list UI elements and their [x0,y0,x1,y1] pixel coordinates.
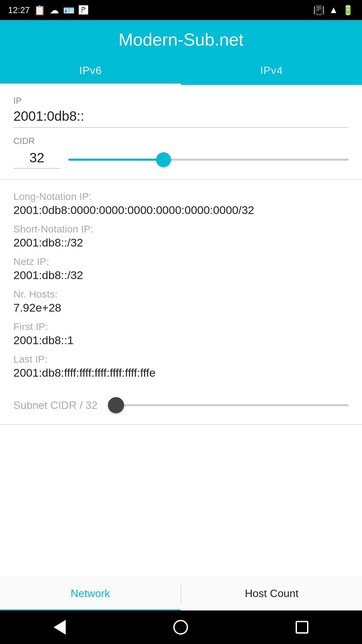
last-ip-label: Last IP: [13,354,349,365]
wifi-icon: ▲ [329,5,338,15]
section-divider [0,179,362,180]
first-ip-value: 2001:db8::1 [13,334,349,347]
bottom-tab-network[interactable]: Network [0,577,181,610]
tab-ipv6[interactable]: IPv6 [0,58,181,85]
nr-hosts-value: 7.92e+28 [13,301,349,314]
nav-recent-button[interactable] [296,621,308,634]
results-section: Long-Notation IP: 2001:0db8:0000:0000:00… [0,191,362,379]
home-icon [173,620,188,635]
ip-input[interactable]: 2001:0db8:: [13,109,349,128]
parking-icon: 🅿 [79,5,88,16]
recent-icon [296,621,308,634]
tab-ipv4[interactable]: IPv4 [181,58,362,85]
short-notation-value: 2001:db8::/32 [13,236,349,249]
cidr-number-box: 32 [13,150,60,169]
status-right: 📳 ▲ 🔋 [313,5,354,16]
vibrate-icon: 📳 [313,5,325,16]
cidr-label: CIDR [13,136,349,146]
first-ip-label: First IP: [13,321,349,332]
cidr-section: CIDR 32 [13,136,349,169]
short-notation-label: Short-Notation IP: [13,223,349,235]
subnet-track-bg [108,404,349,406]
main-content: IP 2001:0db8:: CIDR 32 [0,85,362,169]
status-bar: 12:27 📋 ☁ 🪪 🅿 📳 ▲ 🔋 [0,0,362,20]
netz-ip-label: Netz IP: [13,256,349,267]
bottom-tab-host-count[interactable]: Host Count [181,577,362,610]
app-header: Modern-Sub.net IPv6 IPv4 [0,20,362,85]
slider-thumb[interactable] [156,152,171,167]
back-icon [54,620,66,635]
cloud-icon: ☁ [50,5,59,16]
id-card-icon: 🪪 [63,5,75,16]
cidr-value[interactable]: 32 [29,150,45,165]
cidr-slider-container[interactable] [68,151,349,168]
battery-icon: 🔋 [342,5,354,16]
tab-bar: IPv6 IPv4 [0,58,362,85]
nav-home-button[interactable] [173,620,188,635]
subnet-cidr-label: Subnet CIDR / 32 [13,399,98,412]
last-ip-value: 2001:db8:ffff:ffff:ffff:ffff:ffff:fffe [13,366,349,379]
subnet-slider-container[interactable] [108,397,349,414]
clipboard-icon: 📋 [34,5,46,16]
app-title: Modern-Sub.net [0,30,362,58]
status-left: 12:27 📋 ☁ 🪪 🅿 [8,5,88,16]
nav-back-button[interactable] [54,620,66,635]
ip-label: IP [13,96,349,106]
subnet-slider-thumb[interactable] [108,397,124,413]
subnet-cidr-section: Subnet CIDR / 32 [0,386,362,424]
bottom-tab-bar: Network Host Count [0,577,362,610]
slider-track-fill [68,159,164,161]
bottom-section-divider [0,424,362,425]
nr-hosts-label: Nr. Hosts: [13,288,349,300]
nav-bar [0,610,362,644]
long-notation-value: 2001:0db8:0000:0000:0000:0000:0000:0000/… [13,204,349,217]
ip-field-section: IP 2001:0db8:: [13,96,349,128]
cidr-row: 32 [13,150,349,169]
long-notation-label: Long-Notation IP: [13,191,349,202]
netz-ip-value: 2001:db8::/32 [13,269,349,282]
status-time: 12:27 [8,5,30,15]
